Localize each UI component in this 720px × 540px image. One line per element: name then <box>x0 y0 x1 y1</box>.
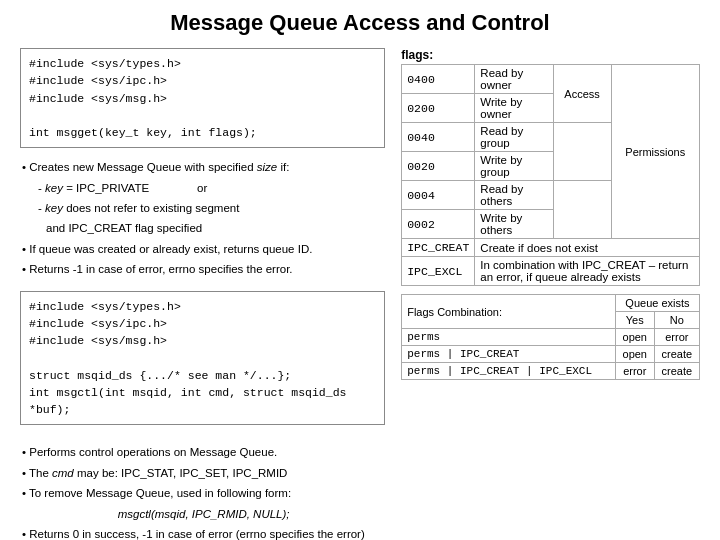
flag-code: IPC_EXCL <box>402 257 475 286</box>
flag-desc: Write by others <box>475 210 553 239</box>
code-line: #include <sys/msg.h> <box>29 90 376 107</box>
bullet-item: • The cmd may be: IPC_STAT, IPC_SET, IPC… <box>22 464 385 482</box>
table-row: 0400 Read by owner Access Permissions <box>402 65 700 94</box>
combo-header-no: No <box>654 312 699 329</box>
combo-no: create <box>654 346 699 363</box>
flag-code: 0040 <box>402 123 475 152</box>
left-column: #include <sys/types.h> #include <sys/ipc… <box>20 48 385 540</box>
bullet-item: • To remove Message Queue, used in follo… <box>22 484 385 502</box>
permissions-label: Permissions <box>611 65 699 239</box>
combo-header-row: Flags Combination: Queue exists <box>402 295 700 312</box>
others-label <box>553 181 611 239</box>
combo-flags: perms <box>402 329 616 346</box>
bullet-item: and IPC_CREAT flag specified <box>22 219 385 237</box>
bullet-item: • Returns -1 in case of error, errno spe… <box>22 260 385 278</box>
combo-header-flags: Flags Combination: <box>402 295 616 329</box>
bullet-item: • If queue was created or already exist,… <box>22 240 385 258</box>
bullet-item: - key = IPC_PRIVATE or <box>22 179 385 197</box>
flag-desc: Read by owner <box>475 65 553 94</box>
combo-yes: open <box>615 329 654 346</box>
combo-row: perms open error <box>402 329 700 346</box>
right-column: flags: 0400 Read by owner Access Permiss… <box>401 48 700 540</box>
flag-desc: Write by owner <box>475 94 553 123</box>
access-group-label <box>553 123 611 181</box>
code-line: #include <sys/types.h> <box>29 55 376 72</box>
flag-desc: Write by group <box>475 152 553 181</box>
table-row: IPC_EXCL In combination with IPC_CREAT –… <box>402 257 700 286</box>
combo-header-queue: Queue exists <box>615 295 699 312</box>
flags-table: 0400 Read by owner Access Permissions 02… <box>401 64 700 286</box>
bullet-item: • Performs control operations on Message… <box>22 443 385 461</box>
flag-code: 0004 <box>402 181 475 210</box>
bullet-item: • Creates new Message Queue with specifi… <box>22 158 385 176</box>
code-line: #include <sys/ipc.h> <box>29 315 376 332</box>
flags-label: flags: <box>401 48 700 62</box>
code-line: struct msqid_ds {.../* see man */...}; <box>29 367 376 384</box>
flag-code: 0020 <box>402 152 475 181</box>
flag-code: IPC_CREAT <box>402 239 475 257</box>
code-line: #include <sys/types.h> <box>29 298 376 315</box>
code-line: #include <sys/msg.h> <box>29 332 376 349</box>
combo-no: error <box>654 329 699 346</box>
combo-row: perms | IPC_CREAT | IPC_EXCL error creat… <box>402 363 700 380</box>
flag-desc: In combination with IPC_CREAT – return a… <box>475 257 700 286</box>
flag-desc: Read by others <box>475 181 553 210</box>
combo-flags: perms | IPC_CREAT <box>402 346 616 363</box>
bullet-item: • Returns 0 in success, -1 in case of er… <box>22 525 385 540</box>
flag-desc: Read by group <box>475 123 553 152</box>
combo-yes: open <box>615 346 654 363</box>
combo-row: perms | IPC_CREAT open create <box>402 346 700 363</box>
code-line: #include <sys/ipc.h> <box>29 72 376 89</box>
code-line: int msgget(key_t key, int flags); <box>29 124 376 141</box>
page-title: Message Queue Access and Control <box>20 10 700 36</box>
bullet-list-2: • Performs control operations on Message… <box>20 443 385 540</box>
flag-code: 0002 <box>402 210 475 239</box>
flag-desc: Create if does not exist <box>475 239 700 257</box>
code-box-1: #include <sys/types.h> #include <sys/ipc… <box>20 48 385 148</box>
flag-code: 0200 <box>402 94 475 123</box>
table-row: IPC_CREAT Create if does not exist <box>402 239 700 257</box>
combo-yes: error <box>615 363 654 380</box>
code-box-2: #include <sys/types.h> #include <sys/ipc… <box>20 291 385 426</box>
combo-table: Flags Combination: Queue exists Yes No p… <box>401 294 700 380</box>
bullet-item: - key does not refer to existing segment <box>22 199 385 217</box>
code-line: int msgctl(int msqid, int cmd, struct ms… <box>29 384 376 419</box>
access-label: Access <box>553 65 611 123</box>
combo-header-yes: Yes <box>615 312 654 329</box>
bullet-item: msgctl(msqid, IPC_RMID, NULL); <box>22 505 385 523</box>
bullet-list-1: • Creates new Message Queue with specifi… <box>20 158 385 280</box>
combo-flags: perms | IPC_CREAT | IPC_EXCL <box>402 363 616 380</box>
flag-code: 0400 <box>402 65 475 94</box>
combo-no: create <box>654 363 699 380</box>
